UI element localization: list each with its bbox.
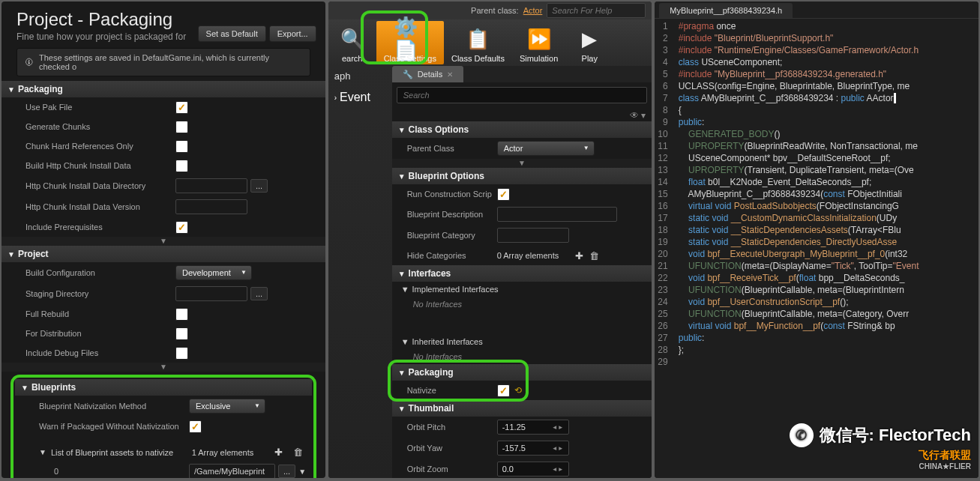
chevron-down-icon: ▼	[398, 270, 406, 278]
orbit-zoom-label: Orbit Zoom	[407, 465, 497, 474]
list-assets-label: List of Blueprint assets to nativize	[51, 448, 187, 457]
expand-button[interactable]: ▼	[392, 159, 652, 168]
expand-button[interactable]: ▼	[1, 363, 325, 372]
details-pane: 🔧Details✕ 👁 ▾ ▼Class Options Parent Clas…	[392, 66, 652, 478]
run-construction-checkbox[interactable]	[497, 188, 510, 201]
dropdown-icon[interactable]: ▼	[295, 468, 309, 476]
nativize-checkbox[interactable]	[497, 384, 510, 397]
play-button[interactable]: ▶Play	[565, 21, 613, 64]
hide-cat-label: Hide Categories	[407, 251, 497, 260]
project-settings-panel: Project - Packaging Fine tune how your p…	[1, 1, 325, 478]
code-view[interactable]: 1234567891011121314151617181920212223242…	[655, 19, 979, 478]
for-dist-label: For Distribution	[25, 329, 175, 338]
http-dir-input[interactable]	[175, 178, 247, 193]
graph-tab[interactable]: aph	[328, 66, 392, 86]
expand-button[interactable]: ▼	[1, 237, 325, 246]
bp-desc-label: Blueprint Description	[407, 210, 497, 219]
build-http-checkbox[interactable]	[175, 160, 188, 172]
no-interfaces-text: No Interfaces	[392, 349, 652, 364]
bp-cat-label: Blueprint Category	[407, 231, 497, 240]
bp-cat-input[interactable]	[497, 228, 569, 243]
source-code[interactable]: #pragma once #include "Blueprint/Bluepri…	[674, 19, 979, 478]
parent-class-link[interactable]: Actor	[523, 6, 543, 15]
parent-class-dropdown[interactable]: Actor	[497, 141, 595, 156]
orbit-zoom-input[interactable]: 0.0◄►	[497, 462, 569, 477]
section-class-options[interactable]: ▼Class Options	[392, 121, 652, 138]
set-default-button[interactable]: Set as Default	[198, 25, 266, 42]
parent-class-label: Parent class:	[471, 6, 519, 15]
section-bp-options[interactable]: ▼Blueprint Options	[392, 168, 652, 184]
search-input[interactable]	[397, 87, 648, 103]
browse-button[interactable]: ...	[278, 465, 295, 478]
file-tab[interactable]: MyBlueprint__pf3688439234.h	[659, 3, 793, 18]
watermark: ✆微信号: FlectorTech 飞行者联盟CHINA★FLIER	[790, 423, 972, 471]
left-pane: aph › Event	[328, 66, 392, 478]
hide-cat-count: 0 Array elements	[497, 251, 572, 260]
nativize-label: Nativize	[407, 386, 497, 395]
nat-method-dropdown[interactable]: Exclusive	[189, 399, 265, 414]
asset-path-input[interactable]	[189, 464, 275, 478]
chevron-right-icon: ›	[334, 94, 337, 102]
http-ver-input[interactable]	[175, 199, 247, 214]
chevron-down-icon: ▼	[398, 172, 406, 181]
defaults-icon: 📋	[461, 24, 494, 54]
for-dist-checkbox[interactable]	[175, 327, 188, 340]
orbit-yaw-input[interactable]: -157.5◄►	[497, 441, 569, 456]
impl-interfaces-header[interactable]: ▼Implemented Interfaces	[392, 282, 652, 297]
class-settings-button[interactable]: ⚙️📄Class Settings	[376, 21, 444, 64]
info-bar: 🛈 These settings are saved in DefaultGam…	[16, 48, 310, 76]
details-tab[interactable]: 🔧Details✕	[392, 66, 464, 82]
full-rebuild-checkbox[interactable]	[175, 308, 188, 321]
simulation-icon: ⏩	[523, 24, 556, 54]
play-icon: ▶	[573, 24, 606, 54]
warn-nat-checkbox[interactable]	[189, 420, 202, 433]
staging-input[interactable]	[175, 286, 247, 301]
browse-button[interactable]: ...	[250, 179, 268, 193]
class-defaults-button[interactable]: 📋Class Defaults	[444, 21, 512, 64]
inc-prereq-label: Include Prerequisites	[25, 223, 175, 232]
simulation-button[interactable]: ⏩Simulation	[512, 21, 565, 64]
no-interfaces-text: No Interfaces	[392, 297, 652, 312]
export-button[interactable]: Export...	[269, 25, 316, 42]
chevron-down-icon: ▼	[398, 126, 406, 134]
section-interfaces[interactable]: ▼Interfaces	[392, 265, 652, 282]
chunk-hard-checkbox[interactable]	[175, 140, 188, 153]
eye-icon[interactable]: 👁 ▾	[630, 110, 646, 121]
chunk-hard-label: Chunk Hard References Only	[25, 142, 175, 151]
event-graph[interactable]: › Event	[328, 86, 392, 109]
search-button[interactable]: 🔍earch	[328, 21, 376, 64]
section-thumbnail[interactable]: ▼Thumbnail	[392, 400, 652, 417]
section-project[interactable]: ▼Project	[1, 246, 325, 262]
close-icon[interactable]: ✕	[447, 70, 453, 79]
staging-label: Staging Directory	[25, 289, 175, 298]
inh-interfaces-header[interactable]: ▼Inherited Interfaces	[392, 334, 652, 349]
editor-header: Parent class: Actor	[328, 1, 652, 19]
build-conf-dropdown[interactable]: Development	[175, 265, 252, 280]
section-packaging[interactable]: ▼Packaging	[1, 81, 325, 97]
add-icon[interactable]: ✚	[572, 250, 586, 261]
chevron-down-icon: ▼	[401, 337, 409, 346]
run-construction-label: Run Construction Scrip	[407, 190, 497, 199]
reset-icon[interactable]: ⟲	[514, 385, 522, 396]
browse-button[interactable]: ...	[250, 287, 268, 300]
section-blueprints[interactable]: ▼Blueprints	[15, 379, 312, 396]
use-pak-checkbox[interactable]	[175, 101, 188, 114]
gen-chunks-checkbox[interactable]	[175, 121, 188, 133]
orbit-pitch-label: Orbit Pitch	[407, 423, 497, 432]
bp-desc-input[interactable]	[497, 207, 617, 222]
parent-class-label: Parent Class	[407, 144, 497, 153]
array-index-label: 0	[39, 467, 189, 476]
build-conf-label: Build Configuration	[25, 268, 175, 277]
search-help-input[interactable]	[547, 3, 646, 18]
code-editor-panel: MyBlueprint__pf3688439234.h 123456789101…	[655, 1, 979, 478]
section-packaging[interactable]: ▼Packaging	[392, 364, 652, 381]
trash-icon[interactable]: 🗑	[290, 447, 306, 458]
info-icon: 🛈	[25, 58, 33, 67]
inc-prereq-checkbox[interactable]	[175, 221, 188, 234]
blueprint-editor-panel: Parent class: Actor 🔍earch ⚙️📄Class Sett…	[328, 1, 652, 478]
trash-icon[interactable]: 🗑	[586, 250, 602, 261]
orbit-pitch-input[interactable]: -11.25◄►	[497, 420, 569, 435]
add-icon[interactable]: ✚	[271, 447, 286, 458]
warn-nat-label: Warn if Packaged Without Nativization	[39, 422, 189, 431]
inc-debug-checkbox[interactable]	[175, 347, 188, 360]
